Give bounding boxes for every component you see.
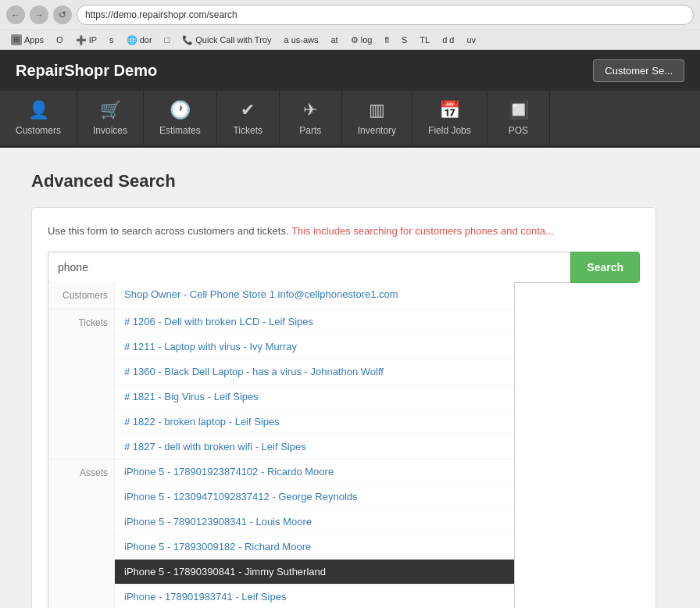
list-item[interactable]: iPhone 5 - 17893009182 - Richard Moore	[115, 535, 514, 560]
bookmarks-bar: ⊞ Apps O ➕ IP s 🌐 dor □ 📞 Quick Call wit…	[0, 30, 700, 49]
back-button[interactable]: ←	[6, 5, 25, 24]
nav-item-invoices[interactable]: 🛒 Invoices	[77, 91, 144, 145]
bookmark-o[interactable]: O	[52, 34, 68, 46]
tickets-icon: ✔	[241, 100, 255, 120]
nav-item-estimates[interactable]: 🕐 Estimates	[144, 91, 217, 145]
search-dropdown: Customers Shop Owner - Cell Phone Store …	[48, 282, 515, 609]
bookmark-apps[interactable]: ⊞ Apps	[6, 33, 48, 47]
pos-icon: 🔲	[508, 100, 529, 120]
customers-label: Customers	[48, 282, 115, 309]
tickets-row: Tickets # 1206 - Dell with broken LCD - …	[48, 309, 514, 459]
nav-label-estimates: Estimates	[159, 125, 201, 136]
forward-button[interactable]: →	[30, 5, 48, 24]
list-item[interactable]: iPhone 5 - 12309471092837412 - George Re…	[115, 485, 514, 510]
list-item-highlighted[interactable]: iPhone 5 - 17890390841 - Jimmy Sutherlan…	[115, 560, 514, 585]
search-row: Search	[48, 252, 640, 283]
customers-section: Customers Shop Owner - Cell Phone Store …	[48, 282, 514, 309]
assets-items: iPhone 5 - 178901923874102 - Ricardo Moo…	[115, 460, 514, 609]
list-item[interactable]: iPhone 5 - 178901923874102 - Ricardo Moo…	[115, 460, 514, 485]
bookmark-dor[interactable]: 🌐 dor	[122, 34, 157, 47]
bookmark-fl[interactable]: fl	[380, 34, 394, 46]
bookmark-box[interactable]: □	[160, 34, 175, 46]
field-jobs-icon: 📅	[439, 100, 460, 120]
nav-label-inventory: Inventory	[358, 125, 396, 136]
list-item[interactable]: # 1827 - dell with broken wifi - Leif Si…	[115, 435, 514, 459]
invoices-icon: 🛒	[100, 100, 121, 120]
bookmark-uv[interactable]: uv	[462, 34, 480, 46]
app-header: RepairShopr Demo Customer Se...	[0, 50, 700, 91]
reload-button[interactable]: ↺	[53, 5, 72, 24]
browser-chrome: ← → ↺ ⊞ Apps O ➕ IP s 🌐 dor □ 📞 Quick Ca…	[0, 0, 700, 50]
nav-item-field-jobs[interactable]: 📅 Field Jobs	[412, 91, 488, 145]
list-item[interactable]: # 1206 - Dell with broken LCD - Leif Sip…	[115, 309, 514, 334]
nav-item-pos[interactable]: 🔲 POS	[488, 91, 550, 145]
apps-icon: ⊞	[11, 34, 22, 45]
nav-label-pos: POS	[509, 125, 528, 136]
tickets-section: Tickets # 1206 - Dell with broken LCD - …	[48, 309, 514, 460]
browser-toolbar: ← → ↺	[0, 0, 700, 30]
nav-label-tickets: Tickets	[233, 125, 262, 136]
customer-search-button[interactable]: Customer Se...	[593, 59, 684, 82]
customers-icon: 👤	[28, 100, 49, 120]
list-item[interactable]: iPhone 5 - 7890123908341 - Louis Moore	[115, 510, 514, 535]
app-title: RepairShopr Demo	[16, 62, 157, 80]
nav-label-invoices: Invoices	[93, 125, 127, 136]
assets-label: Assets	[48, 460, 115, 609]
nav-item-tickets[interactable]: ✔ Tickets	[217, 91, 280, 145]
assets-row: Assets iPhone 5 - 178901923874102 - Rica…	[48, 460, 514, 609]
search-button[interactable]: Search	[570, 252, 640, 283]
customers-items: Shop Owner - Cell Phone Store 1 info@cel…	[115, 282, 514, 309]
bookmark-tl[interactable]: TL	[415, 34, 434, 46]
estimates-icon: 🕐	[170, 100, 191, 120]
main-content: Advanced Search Use this form to search …	[0, 148, 700, 608]
customers-row: Customers Shop Owner - Cell Phone Store …	[48, 282, 514, 309]
search-panel: Use this form to search across customers…	[31, 207, 656, 608]
nav-bar: 👤 Customers 🛒 Invoices 🕐 Estimates ✔ Tic…	[0, 91, 700, 148]
search-description: Use this form to search across customers…	[48, 224, 640, 239]
nav-item-parts[interactable]: ✈ Parts	[280, 91, 342, 145]
list-item[interactable]: iPhone - 178901983741 - Leif Sipes	[115, 585, 514, 609]
bookmark-log[interactable]: ⚙ log	[346, 34, 377, 47]
nav-item-customers[interactable]: 👤 Customers	[0, 91, 77, 145]
tickets-label: Tickets	[48, 309, 115, 459]
bookmark-aws[interactable]: a us-aws	[279, 34, 323, 46]
nav-item-inventory[interactable]: ▥ Inventory	[342, 91, 412, 145]
address-bar[interactable]	[77, 5, 694, 25]
bookmark-quick-call[interactable]: 📞 Quick Call with Troy	[177, 34, 276, 47]
nav-label-parts: Parts	[299, 125, 321, 136]
list-item[interactable]: # 1822 - broken laptop - Leif Sipes	[115, 410, 514, 435]
page-title: Advanced Search	[31, 171, 669, 191]
list-item[interactable]: # 1360 - Black Dell Laptop - has a virus…	[115, 359, 514, 384]
list-item[interactable]: Shop Owner - Cell Phone Store 1 info@cel…	[115, 282, 514, 306]
bookmark-s2[interactable]: S	[397, 34, 412, 46]
tickets-items: # 1206 - Dell with broken LCD - Leif Sip…	[115, 309, 514, 459]
list-item[interactable]: # 1821 - Big Virus - Leif Sipes	[115, 384, 514, 410]
bookmark-ip[interactable]: ➕ IP	[71, 34, 102, 47]
bookmark-s[interactable]: s	[105, 34, 119, 46]
inventory-icon: ▥	[369, 100, 385, 120]
search-input[interactable]	[48, 252, 570, 283]
bookmark-at[interactable]: at	[327, 34, 343, 46]
bookmark-dd[interactable]: d d	[438, 34, 459, 46]
list-item[interactable]: # 1211 - Laptop with virus - Ivy Murray	[115, 334, 514, 359]
nav-label-field-jobs: Field Jobs	[428, 125, 471, 136]
parts-icon: ✈	[303, 100, 317, 120]
nav-label-customers: Customers	[16, 125, 61, 136]
assets-section: Assets iPhone 5 - 178901923874102 - Rica…	[48, 460, 514, 609]
